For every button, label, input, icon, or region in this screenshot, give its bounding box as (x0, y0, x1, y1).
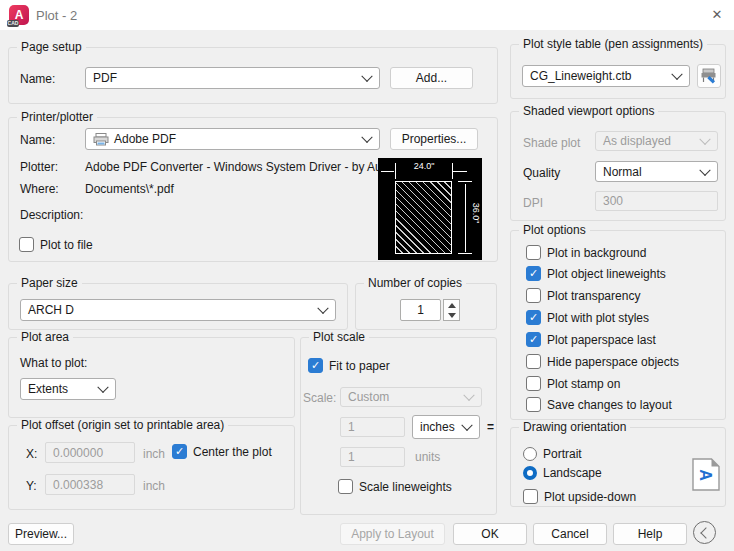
shade-plot-label: Shade plot (523, 136, 580, 150)
plot-option-row: Plot with plot styles (526, 310, 649, 325)
offset-y-value: 0.000338 (53, 478, 103, 492)
paper-height-label: 36.0" (472, 203, 482, 224)
window-title: Plot - 2 (36, 8, 77, 23)
scale-label: Scale: (303, 391, 336, 405)
plot-style-legend: Plot style table (pen assignments) (519, 37, 707, 51)
plot-style-select[interactable]: CG_Lineweight.ctb (522, 65, 690, 87)
offset-x-value: 0.000000 (53, 446, 103, 460)
plot-in-background-checkbox[interactable] (526, 245, 541, 260)
plot-area-legend: Plot area (17, 330, 73, 344)
dim-line (458, 181, 472, 182)
plot-object-lineweights-checkbox[interactable] (526, 266, 541, 281)
offset-y-field: 0.000338 (45, 474, 135, 495)
quality-value: Normal (603, 165, 642, 179)
landscape-radio[interactable] (523, 466, 537, 480)
chevron-down-icon (361, 71, 372, 82)
spinner-up-icon[interactable] (448, 303, 456, 308)
hide-paperspace-objects-checkbox[interactable] (526, 354, 541, 369)
fit-to-paper-label: Fit to paper (329, 359, 390, 373)
fit-to-paper-row: Fit to paper (308, 358, 390, 373)
plot-with-plot-styles-checkbox[interactable] (526, 310, 541, 325)
plot-style-value: CG_Lineweight.ctb (530, 69, 631, 83)
equals-sign: = (487, 420, 494, 434)
plot-offset-group: Plot offset (origin set to printable are… (8, 425, 295, 510)
what-to-plot-value: Extents (28, 382, 68, 396)
portrait-row: Portrait (523, 447, 582, 461)
dpi-value: 300 (603, 194, 623, 208)
plot-option-row: Plot stamp on (526, 376, 620, 391)
help-button[interactable]: Help (613, 523, 687, 545)
plot-option-row: Plot paperspace last (526, 332, 656, 347)
preview-button[interactable]: Preview... (8, 523, 74, 545)
plot-option-row: Plot transparency (526, 288, 640, 303)
upside-down-row: Plot upside-down (523, 489, 636, 504)
scale-unit-select[interactable]: inches (412, 415, 480, 439)
center-plot-checkbox[interactable] (172, 444, 187, 459)
save-changes-to-layout-checkbox[interactable] (526, 397, 541, 412)
shade-plot-value: As displayed (603, 134, 671, 148)
chevron-down-icon (699, 134, 710, 145)
what-to-plot-label: What to plot: (20, 356, 87, 370)
chevron-down-icon (361, 132, 372, 143)
quality-select[interactable]: Normal (595, 161, 718, 182)
edit-plot-style-button[interactable] (697, 64, 721, 88)
close-icon[interactable]: ✕ (709, 7, 725, 23)
scale-drawing-value: 1 (348, 450, 355, 464)
ok-button[interactable]: OK (453, 523, 527, 545)
portrait-radio[interactable] (523, 447, 537, 461)
chevron-down-icon (461, 420, 472, 431)
orientation-legend: Drawing orientation (519, 420, 630, 434)
plot-to-file-row: Plot to file (19, 237, 93, 252)
scale-lineweights-checkbox[interactable] (338, 479, 353, 494)
plot-paperspace-last-checkbox[interactable] (526, 332, 541, 347)
printer-icon (93, 133, 109, 146)
scale-drawing-field: 1 (340, 447, 405, 467)
cancel-button[interactable]: Cancel (533, 523, 607, 545)
autocad-logo-cad-tag: CAD (7, 20, 19, 27)
properties-button[interactable]: Properties... (390, 128, 478, 150)
shaded-viewport-legend: Shaded viewport options (519, 104, 658, 118)
scale-unit-value: inches (420, 420, 455, 434)
plot-option-label: Plot with plot styles (547, 311, 649, 325)
plot-option-label: Save changes to layout (547, 398, 672, 412)
where-label: Where: (20, 182, 59, 196)
printer-name-select[interactable]: Adobe PDF (85, 128, 380, 150)
printer-name-label: Name: (20, 133, 55, 147)
offset-x-unit: inch (143, 447, 165, 461)
offset-y-label: Y: (26, 479, 37, 493)
plot-option-row: Hide paperspace objects (526, 354, 679, 369)
fit-to-paper-checkbox[interactable] (308, 358, 323, 373)
copies-stepper[interactable] (443, 299, 460, 321)
plot-to-file-checkbox[interactable] (19, 237, 34, 252)
chevron-down-icon (317, 303, 328, 314)
copies-input[interactable]: 1 (400, 299, 441, 321)
chevron-left-icon (700, 527, 711, 538)
center-plot-row: Center the plot (172, 444, 272, 459)
plot-stamp-on-checkbox[interactable] (526, 376, 541, 391)
paper-size-legend: Paper size (17, 276, 82, 290)
add-button[interactable]: Add... (390, 67, 473, 89)
page-setup-legend: Page setup (17, 40, 86, 54)
paper-size-select[interactable]: ARCH D (20, 299, 336, 321)
plot-scale-legend: Plot scale (309, 330, 369, 344)
dim-line (381, 171, 394, 172)
autocad-logo-icon: A CAD (9, 5, 29, 25)
plot-option-row: Plot in background (526, 245, 646, 260)
plot-transparency-checkbox[interactable] (526, 288, 541, 303)
scale-lineweights-label: Scale lineweights (359, 480, 452, 494)
dim-line (395, 163, 396, 179)
page-setup-name-select[interactable]: PDF (85, 67, 380, 89)
copies-value: 1 (417, 303, 424, 317)
plot-upside-down-checkbox[interactable] (523, 489, 538, 504)
landscape-label: Landscape (543, 466, 602, 480)
apply-to-layout-button: Apply to Layout (340, 523, 445, 545)
plotter-label: Plotter: (20, 160, 58, 174)
plot-dialog: { "colors": {"accent_blue": "#2b7cd3", "… (0, 0, 734, 551)
svg-text:A: A (697, 469, 714, 481)
spinner-down-icon[interactable] (448, 313, 456, 318)
plot-option-label: Plot stamp on (547, 377, 620, 391)
less-options-button[interactable] (693, 521, 716, 544)
paper-size-value: ARCH D (28, 303, 74, 317)
scale-value: Custom (348, 390, 389, 404)
what-to-plot-select[interactable]: Extents (20, 378, 116, 400)
